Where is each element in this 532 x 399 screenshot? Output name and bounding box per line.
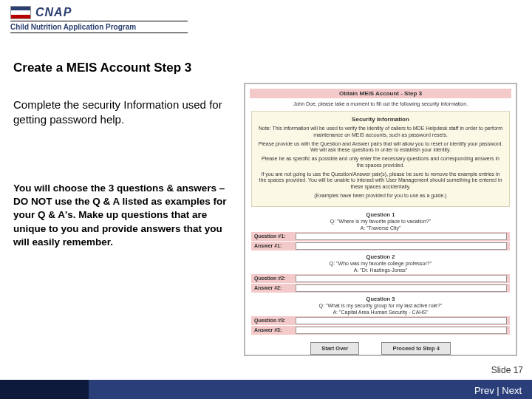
- q2-label: Question #2:: [254, 276, 296, 281]
- q1-input[interactable]: [296, 233, 507, 240]
- question-group-1: Question 1 Q: "Where is my favorite plac…: [251, 211, 510, 250]
- q1-heading: Question 1: [251, 211, 510, 218]
- q2-question-row: Question #2:: [251, 274, 510, 283]
- paragraph-1: Complete the security Information used f…: [13, 98, 235, 128]
- q2-heading: Question 2: [251, 253, 510, 260]
- slide-number: Slide 17: [491, 365, 523, 375]
- slide-title: Create a MEIS Account Step 3: [13, 61, 235, 75]
- embedded-screenshot: Obtain MEIS Account - Step 3 John Doe, p…: [244, 83, 517, 356]
- start-over-button[interactable]: Start Over: [310, 342, 359, 355]
- next-link[interactable]: Next: [502, 385, 522, 396]
- proceed-button[interactable]: Proceed to Step 4: [381, 342, 450, 355]
- panel-header: Security Information: [258, 116, 503, 123]
- q2-example-a: A: "Dr. Hastings-Jones": [251, 267, 510, 273]
- shot-title: Obtain MEIS Account - Step 3: [250, 89, 511, 98]
- nav-sep: |: [494, 385, 502, 396]
- q3-question-row: Question #3:: [251, 316, 510, 325]
- q2-input[interactable]: [296, 275, 507, 282]
- panel-b4: (Examples have been provided for you to …: [258, 193, 503, 200]
- panel-b1: Please provide us with the Question and …: [258, 141, 503, 154]
- q1-example-q: Q: "Where is my favorite place to vacati…: [251, 219, 510, 224]
- a1-answer-row: Answer #1:: [251, 242, 510, 250]
- footer-accent: [0, 380, 89, 399]
- panel-b2: Please be as specific as possible and on…: [258, 156, 503, 169]
- nav-links: Prev | Next: [474, 385, 522, 396]
- a2-input[interactable]: [296, 284, 507, 292]
- q3-heading: Question 3: [251, 296, 510, 302]
- logo-acronym: CNAP: [35, 6, 72, 19]
- a2-answer-row: Answer #2:: [251, 284, 510, 293]
- q1-label: Question #1:: [254, 233, 296, 239]
- q3-example-q: Q: "What is my security group for my las…: [251, 303, 510, 308]
- a2-label: Answer #2:: [254, 285, 296, 290]
- q3-example-a: A: "Capital Area Human Security - CAHS": [251, 310, 510, 315]
- a3-label: Answer #3:: [254, 327, 296, 332]
- question-group-2: Question 2 Q: "Who was my favorite colle…: [251, 253, 510, 293]
- paragraph-2: You will choose the 3 questions & answer…: [13, 182, 235, 249]
- a3-answer-row: Answer #3:: [251, 326, 510, 335]
- panel-b3: If you are not going to use the Question…: [258, 171, 503, 191]
- q2-example-q: Q: "Who was my favorite college professo…: [251, 261, 510, 266]
- q3-input[interactable]: [296, 317, 507, 324]
- a1-input[interactable]: [296, 242, 507, 250]
- a1-label: Answer #1:: [254, 243, 296, 248]
- q3-label: Question #3:: [254, 318, 296, 323]
- prev-link[interactable]: Prev: [474, 385, 494, 396]
- q1-example-a: A: "Traverse City": [251, 225, 510, 231]
- panel-note: Note: This information will be used to v…: [258, 126, 503, 139]
- a3-input[interactable]: [296, 327, 507, 334]
- logo: CNAP Child Nutrition Application Program: [10, 6, 188, 33]
- logo-subtitle: Child Nutrition Application Program: [10, 21, 188, 33]
- q1-question-row: Question #1:: [251, 232, 510, 241]
- flag-icon: [10, 6, 31, 19]
- security-info-panel: Security Information Note: This informat…: [251, 111, 510, 207]
- shot-intro: John Doe, please take a moment to fill o…: [253, 101, 508, 106]
- question-group-3: Question 3 Q: "What is my security group…: [251, 296, 510, 335]
